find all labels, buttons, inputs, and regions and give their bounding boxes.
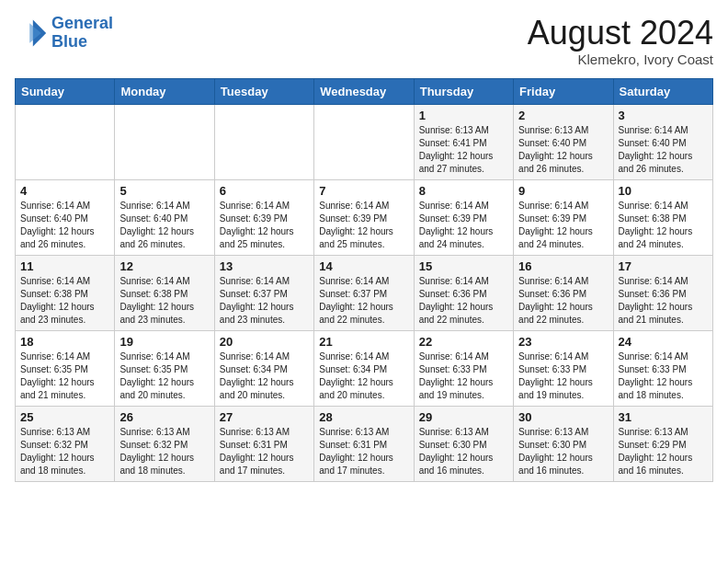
day-info: Sunrise: 6:14 AM Sunset: 6:40 PM Dayligh… bbox=[619, 124, 708, 176]
calendar-cell: 11Sunrise: 6:14 AM Sunset: 6:38 PM Dayli… bbox=[16, 255, 115, 330]
calendar-week-2: 4Sunrise: 6:14 AM Sunset: 6:40 PM Daylig… bbox=[16, 179, 713, 255]
day-info: Sunrise: 6:14 AM Sunset: 6:38 PM Dayligh… bbox=[20, 275, 109, 327]
day-number: 7 bbox=[319, 184, 408, 198]
calendar-cell: 30Sunrise: 6:13 AM Sunset: 6:30 PM Dayli… bbox=[514, 406, 613, 481]
day-number: 17 bbox=[619, 259, 708, 273]
day-info: Sunrise: 6:14 AM Sunset: 6:39 PM Dayligh… bbox=[518, 200, 608, 251]
logo-blue: Blue bbox=[51, 32, 87, 51]
day-info: Sunrise: 6:13 AM Sunset: 6:31 PM Dayligh… bbox=[319, 426, 408, 477]
day-info: Sunrise: 6:14 AM Sunset: 6:35 PM Dayligh… bbox=[20, 350, 109, 402]
day-info: Sunrise: 6:14 AM Sunset: 6:37 PM Dayligh… bbox=[319, 275, 408, 327]
calendar-cell: 17Sunrise: 6:14 AM Sunset: 6:36 PM Dayli… bbox=[613, 255, 712, 330]
calendar-cell: 8Sunrise: 6:14 AM Sunset: 6:39 PM Daylig… bbox=[414, 179, 513, 255]
day-info: Sunrise: 6:14 AM Sunset: 6:36 PM Dayligh… bbox=[419, 275, 508, 327]
day-info: Sunrise: 6:14 AM Sunset: 6:33 PM Dayligh… bbox=[419, 350, 508, 402]
header-cell-thursday: Thursday bbox=[414, 78, 513, 104]
day-number: 20 bbox=[220, 335, 309, 349]
logo-general: General bbox=[51, 14, 113, 32]
calendar-cell bbox=[16, 104, 115, 179]
day-info: Sunrise: 6:14 AM Sunset: 6:34 PM Dayligh… bbox=[220, 350, 309, 402]
calendar-cell: 28Sunrise: 6:13 AM Sunset: 6:31 PM Dayli… bbox=[314, 406, 414, 481]
calendar-cell: 23Sunrise: 6:14 AM Sunset: 6:33 PM Dayli… bbox=[514, 330, 613, 406]
logo: General Blue bbox=[15, 15, 113, 52]
calendar-cell bbox=[314, 104, 414, 179]
day-number: 31 bbox=[619, 410, 708, 424]
page-subtitle: Klemekro, Ivory Coast bbox=[528, 52, 713, 67]
day-number: 13 bbox=[220, 259, 309, 273]
day-info: Sunrise: 6:13 AM Sunset: 6:40 PM Dayligh… bbox=[518, 124, 608, 176]
header-cell-friday: Friday bbox=[514, 78, 613, 104]
calendar-cell: 27Sunrise: 6:13 AM Sunset: 6:31 PM Dayli… bbox=[214, 406, 313, 481]
day-info: Sunrise: 6:14 AM Sunset: 6:38 PM Dayligh… bbox=[119, 275, 209, 327]
calendar-cell: 20Sunrise: 6:14 AM Sunset: 6:34 PM Dayli… bbox=[214, 330, 313, 406]
calendar-table: SundayMondayTuesdayWednesdayThursdayFrid… bbox=[15, 78, 713, 482]
calendar-cell: 14Sunrise: 6:14 AM Sunset: 6:37 PM Dayli… bbox=[314, 255, 414, 330]
calendar-cell: 22Sunrise: 6:14 AM Sunset: 6:33 PM Dayli… bbox=[414, 330, 513, 406]
day-number: 27 bbox=[220, 410, 309, 424]
day-number: 28 bbox=[319, 410, 408, 424]
day-number: 11 bbox=[20, 259, 109, 273]
header-cell-saturday: Saturday bbox=[613, 78, 712, 104]
day-info: Sunrise: 6:14 AM Sunset: 6:38 PM Dayligh… bbox=[619, 200, 708, 251]
day-number: 2 bbox=[518, 109, 608, 122]
calendar-cell: 10Sunrise: 6:14 AM Sunset: 6:38 PM Dayli… bbox=[613, 179, 712, 255]
calendar-cell: 21Sunrise: 6:14 AM Sunset: 6:34 PM Dayli… bbox=[314, 330, 414, 406]
day-info: Sunrise: 6:14 AM Sunset: 6:36 PM Dayligh… bbox=[518, 275, 608, 327]
calendar-cell: 19Sunrise: 6:14 AM Sunset: 6:35 PM Dayli… bbox=[115, 330, 214, 406]
calendar-cell: 9Sunrise: 6:14 AM Sunset: 6:39 PM Daylig… bbox=[514, 179, 613, 255]
day-info: Sunrise: 6:13 AM Sunset: 6:41 PM Dayligh… bbox=[419, 124, 508, 176]
title-block: August 2024 Klemekro, Ivory Coast bbox=[528, 15, 713, 67]
calendar-cell: 3Sunrise: 6:14 AM Sunset: 6:40 PM Daylig… bbox=[613, 104, 712, 179]
logo-icon bbox=[15, 17, 48, 50]
day-info: Sunrise: 6:13 AM Sunset: 6:29 PM Dayligh… bbox=[619, 426, 708, 477]
day-info: Sunrise: 6:14 AM Sunset: 6:33 PM Dayligh… bbox=[619, 350, 708, 402]
calendar-cell: 25Sunrise: 6:13 AM Sunset: 6:32 PM Dayli… bbox=[16, 406, 115, 481]
day-number: 5 bbox=[119, 184, 209, 198]
calendar-week-3: 11Sunrise: 6:14 AM Sunset: 6:38 PM Dayli… bbox=[16, 255, 713, 330]
calendar-cell: 12Sunrise: 6:14 AM Sunset: 6:38 PM Dayli… bbox=[115, 255, 214, 330]
header-cell-wednesday: Wednesday bbox=[314, 78, 414, 104]
day-number: 29 bbox=[419, 410, 508, 424]
day-info: Sunrise: 6:13 AM Sunset: 6:32 PM Dayligh… bbox=[20, 426, 109, 477]
day-info: Sunrise: 6:14 AM Sunset: 6:37 PM Dayligh… bbox=[220, 275, 309, 327]
day-info: Sunrise: 6:13 AM Sunset: 6:30 PM Dayligh… bbox=[419, 426, 508, 477]
day-info: Sunrise: 6:13 AM Sunset: 6:31 PM Dayligh… bbox=[220, 426, 309, 477]
calendar-cell: 13Sunrise: 6:14 AM Sunset: 6:37 PM Dayli… bbox=[214, 255, 313, 330]
calendar-cell: 18Sunrise: 6:14 AM Sunset: 6:35 PM Dayli… bbox=[16, 330, 115, 406]
day-number: 23 bbox=[518, 335, 608, 349]
day-number: 12 bbox=[119, 259, 209, 273]
calendar-cell: 31Sunrise: 6:13 AM Sunset: 6:29 PM Dayli… bbox=[613, 406, 712, 481]
header-cell-sunday: Sunday bbox=[16, 78, 115, 104]
day-number: 6 bbox=[220, 184, 309, 198]
day-info: Sunrise: 6:14 AM Sunset: 6:40 PM Dayligh… bbox=[20, 200, 109, 251]
day-number: 22 bbox=[419, 335, 508, 349]
day-info: Sunrise: 6:14 AM Sunset: 6:33 PM Dayligh… bbox=[518, 350, 608, 402]
day-number: 14 bbox=[319, 259, 408, 273]
day-info: Sunrise: 6:14 AM Sunset: 6:36 PM Dayligh… bbox=[619, 275, 708, 327]
day-number: 25 bbox=[20, 410, 109, 424]
calendar-week-4: 18Sunrise: 6:14 AM Sunset: 6:35 PM Dayli… bbox=[16, 330, 713, 406]
day-number: 26 bbox=[119, 410, 209, 424]
day-info: Sunrise: 6:14 AM Sunset: 6:40 PM Dayligh… bbox=[119, 200, 209, 251]
day-number: 15 bbox=[419, 259, 508, 273]
day-info: Sunrise: 6:13 AM Sunset: 6:30 PM Dayligh… bbox=[518, 426, 608, 477]
header-cell-monday: Monday bbox=[115, 78, 214, 104]
calendar-cell: 6Sunrise: 6:14 AM Sunset: 6:39 PM Daylig… bbox=[214, 179, 313, 255]
day-number: 30 bbox=[518, 410, 608, 424]
calendar-cell bbox=[115, 104, 214, 179]
day-number: 10 bbox=[619, 184, 708, 198]
calendar-header: SundayMondayTuesdayWednesdayThursdayFrid… bbox=[16, 78, 713, 104]
day-number: 19 bbox=[119, 335, 209, 349]
day-number: 21 bbox=[319, 335, 408, 349]
calendar-cell: 16Sunrise: 6:14 AM Sunset: 6:36 PM Dayli… bbox=[514, 255, 613, 330]
day-info: Sunrise: 6:13 AM Sunset: 6:32 PM Dayligh… bbox=[119, 426, 209, 477]
calendar-cell: 7Sunrise: 6:14 AM Sunset: 6:39 PM Daylig… bbox=[314, 179, 414, 255]
calendar-body: 1Sunrise: 6:13 AM Sunset: 6:41 PM Daylig… bbox=[16, 104, 713, 481]
calendar-cell: 2Sunrise: 6:13 AM Sunset: 6:40 PM Daylig… bbox=[514, 104, 613, 179]
day-number: 3 bbox=[619, 109, 708, 122]
header-cell-tuesday: Tuesday bbox=[214, 78, 313, 104]
day-number: 18 bbox=[20, 335, 109, 349]
day-info: Sunrise: 6:14 AM Sunset: 6:35 PM Dayligh… bbox=[119, 350, 209, 402]
calendar-cell: 24Sunrise: 6:14 AM Sunset: 6:33 PM Dayli… bbox=[613, 330, 712, 406]
calendar-week-5: 25Sunrise: 6:13 AM Sunset: 6:32 PM Dayli… bbox=[16, 406, 713, 481]
